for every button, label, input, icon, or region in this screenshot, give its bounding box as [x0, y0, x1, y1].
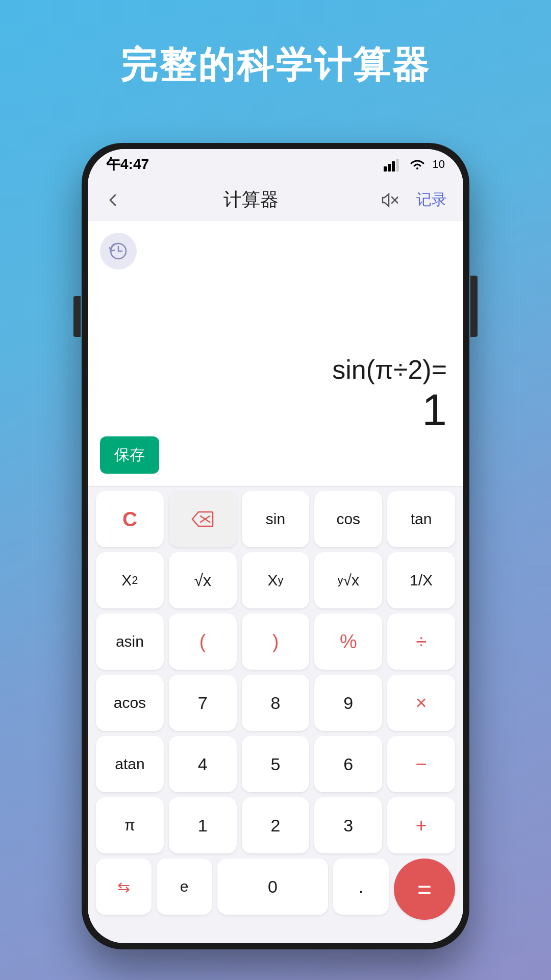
- key-3[interactable]: 3: [314, 797, 382, 853]
- record-button[interactable]: 记录: [412, 189, 451, 210]
- calc-screen: sin(π÷2)= 1 保存: [88, 220, 463, 486]
- key-percent[interactable]: %: [314, 614, 382, 670]
- key-6[interactable]: 6: [314, 736, 382, 792]
- key-add[interactable]: +: [387, 797, 455, 853]
- key-8[interactable]: 8: [242, 675, 310, 731]
- key-atan[interactable]: atan: [96, 736, 164, 792]
- calc-keypad: C sin cos tan X2 √x Xy: [88, 487, 463, 933]
- key-0[interactable]: 0: [217, 859, 329, 915]
- result-display: 1: [332, 385, 447, 435]
- key-tan[interactable]: tan: [387, 491, 455, 547]
- signal-icon: [384, 157, 402, 172]
- key-2[interactable]: 2: [242, 797, 310, 853]
- status-time: 午4:47: [106, 155, 149, 174]
- status-icons: 10: [384, 157, 445, 172]
- key-dot[interactable]: .: [333, 859, 389, 915]
- key-sqrt[interactable]: √x: [169, 552, 237, 608]
- svg-rect-0: [384, 166, 387, 172]
- key-yth-root[interactable]: y√x: [314, 552, 382, 608]
- history-button[interactable]: [100, 233, 137, 270]
- key-9[interactable]: 9: [314, 675, 382, 731]
- battery-indicator: 10: [433, 158, 445, 171]
- key-cos[interactable]: cos: [314, 491, 382, 547]
- history-icon: [109, 241, 128, 261]
- key-close-paren[interactable]: ): [242, 614, 310, 670]
- key-reciprocal[interactable]: 1/X: [387, 552, 455, 608]
- display-area: sin(π÷2)= 1: [332, 354, 447, 435]
- key-row-4: acos 7 8 9 ×: [96, 675, 455, 731]
- back-button[interactable]: [100, 187, 127, 213]
- svg-rect-1: [388, 164, 391, 172]
- svg-rect-3: [396, 159, 399, 172]
- page-title: 完整的科学计算器: [0, 41, 551, 90]
- svg-rect-2: [392, 161, 395, 172]
- key-sin[interactable]: sin: [242, 491, 310, 547]
- save-button[interactable]: 保存: [100, 436, 159, 474]
- status-bar: 午4:47 10: [88, 149, 463, 180]
- key-5[interactable]: 5: [242, 736, 310, 792]
- mute-icon: [380, 191, 398, 209]
- key-row-7: ⇆ e 0 . =: [96, 859, 455, 920]
- key-row-2: X2 √x Xy y√x 1/X: [96, 552, 455, 608]
- key-row-3: asin ( ) % ÷: [96, 614, 455, 670]
- key-1[interactable]: 1: [169, 797, 237, 853]
- expression-display: sin(π÷2)=: [332, 354, 447, 385]
- key-x-squared[interactable]: X2: [96, 552, 164, 608]
- key-row-1: C sin cos tan: [96, 491, 455, 547]
- wifi-icon: [408, 157, 427, 172]
- key-subtract[interactable]: −: [387, 736, 455, 792]
- key-multiply[interactable]: ×: [387, 675, 455, 731]
- key-delete[interactable]: [169, 491, 237, 547]
- phone-frame: 午4:47 10: [82, 143, 469, 949]
- key-asin[interactable]: asin: [96, 614, 164, 670]
- key-row-6: π 1 2 3 +: [96, 797, 455, 853]
- app-header: 计算器 记录: [88, 180, 463, 220]
- key-x-power-y[interactable]: Xy: [242, 552, 310, 608]
- key-row-5: atan 4 5 6 −: [96, 736, 455, 792]
- key-acos[interactable]: acos: [96, 675, 164, 731]
- key-euler[interactable]: e: [157, 859, 212, 915]
- key-swap[interactable]: ⇆: [96, 859, 152, 915]
- key-open-paren[interactable]: (: [169, 614, 237, 670]
- mute-button[interactable]: [375, 187, 402, 213]
- key-divide[interactable]: ÷: [387, 614, 455, 670]
- key-4[interactable]: 4: [169, 736, 237, 792]
- key-7[interactable]: 7: [169, 675, 237, 731]
- key-equals[interactable]: =: [394, 859, 455, 920]
- header-title: 计算器: [137, 187, 365, 212]
- key-pi[interactable]: π: [96, 797, 164, 853]
- backspace-icon: [191, 511, 214, 527]
- key-clear[interactable]: C: [96, 491, 164, 547]
